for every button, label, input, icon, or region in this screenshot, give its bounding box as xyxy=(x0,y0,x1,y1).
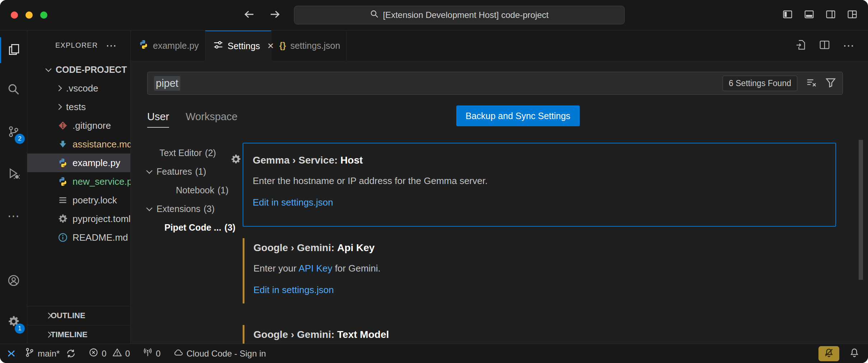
outline-section-header[interactable]: OUTLINE xyxy=(27,306,130,325)
search-icon xyxy=(370,10,379,20)
chevron-down-icon xyxy=(146,168,153,174)
manage-settings-button[interactable]: 1 xyxy=(0,309,27,335)
title-bar: [Extension Development Host] code-projec… xyxy=(0,0,868,30)
toc-item-pipet-code[interactable]: Pipet Code ...(3) xyxy=(147,218,230,237)
remote-indicator-icon[interactable] xyxy=(6,349,16,358)
traffic-lights xyxy=(11,0,47,30)
tree-item-readme-md[interactable]: README.md xyxy=(27,228,130,247)
accounts-button[interactable] xyxy=(0,268,27,294)
run-debug-icon xyxy=(8,168,20,181)
sidebar-item-more[interactable]: ⋯ xyxy=(0,203,27,229)
tree-item-new-service-py[interactable]: new_service.py U xyxy=(27,172,130,191)
status-bar: main* 0 0 0 Cloud Code - Sign in xyxy=(0,344,868,363)
toc-item-notebook[interactable]: Notebook(1) xyxy=(147,181,230,199)
do-not-disturb-indicator[interactable] xyxy=(818,346,839,361)
ports-status[interactable]: 0 xyxy=(143,348,160,359)
edit-in-settings-json-link[interactable]: Edit in settings.json xyxy=(253,284,836,296)
editor-scrollbar[interactable] xyxy=(859,140,863,280)
git-file-icon xyxy=(57,120,68,131)
tab-settings-json[interactable]: {} settings.json xyxy=(271,30,347,61)
tab-example-py[interactable]: example.py xyxy=(131,30,205,61)
setting-title: Gemma › Service: Host xyxy=(253,154,835,166)
sidebar-item-explorer[interactable] xyxy=(0,37,27,63)
setting-title: Google › Gemini: Api Key xyxy=(253,242,836,254)
maximize-window-button[interactable] xyxy=(40,11,47,19)
activity-bar: 2 ⋯ 1 xyxy=(0,30,27,344)
api-key-link[interactable]: API Key xyxy=(299,263,332,274)
modified-indicator xyxy=(243,238,244,303)
toc-item-text-editor[interactable]: Text Editor(2) xyxy=(147,143,230,162)
setting-row-google-gemini-api-key[interactable]: Google › Gemini: Api Key Enter your API … xyxy=(243,237,836,307)
back-arrow-icon[interactable] xyxy=(243,9,255,22)
tab-settings[interactable]: Settings ✕ xyxy=(205,30,271,61)
backup-sync-settings-button[interactable]: Backup and Sync Settings xyxy=(456,105,580,126)
cloud-icon xyxy=(173,348,183,359)
notifications-bell-icon[interactable] xyxy=(849,348,859,360)
split-editor-icon[interactable] xyxy=(819,39,830,52)
tree-item-assistance-md[interactable]: assistance.md M xyxy=(27,135,130,154)
explorer-more-actions-icon[interactable]: ⋯ xyxy=(106,39,117,52)
sidebar-item-run-debug[interactable] xyxy=(0,161,27,187)
tree-item-example-py[interactable]: example.py xyxy=(27,154,130,172)
account-icon xyxy=(8,274,20,288)
tree-item-pyproject-toml[interactable]: pyproject.toml xyxy=(27,209,130,228)
customize-layout-icon[interactable] xyxy=(847,9,857,21)
python-file-icon xyxy=(139,39,149,52)
tree-item-gitignore[interactable]: .gitignore xyxy=(27,116,130,135)
clear-filters-icon[interactable] xyxy=(806,77,817,89)
sidebar-item-search[interactable] xyxy=(0,77,27,103)
tree-item-poetry-lock[interactable]: poetry.lock xyxy=(27,191,130,209)
markdown-file-icon xyxy=(57,139,68,150)
branch-icon xyxy=(25,348,34,359)
toggle-secondary-sidebar-icon[interactable] xyxy=(826,9,836,21)
cloud-code-status[interactable]: Cloud Code - Sign in xyxy=(173,348,266,359)
settings-toc: Text Editor(2) Features(1) Notebook(1) E… xyxy=(147,143,230,237)
tree-item-tests[interactable]: tests xyxy=(27,98,130,116)
more-actions-icon[interactable]: ⋯ xyxy=(843,39,854,52)
search-icon xyxy=(8,83,20,97)
error-icon xyxy=(89,348,98,359)
toc-item-extensions[interactable]: Extensions(3) xyxy=(147,199,230,218)
settings-sliders-icon xyxy=(213,40,223,52)
close-window-button[interactable] xyxy=(11,11,18,19)
git-branch-status[interactable]: main* xyxy=(25,348,60,359)
sync-changes-icon[interactable] xyxy=(66,349,76,358)
file-tree: CODE-PROJECT .vscode tests .gitignore as… xyxy=(27,60,130,247)
scm-badge: 2 xyxy=(15,134,25,144)
setting-title: Google › Gemini: Text Model xyxy=(253,329,836,341)
toggle-panel-icon[interactable] xyxy=(804,9,814,21)
minimize-window-button[interactable] xyxy=(25,11,33,19)
toml-gear-file-icon xyxy=(57,213,68,224)
chevron-right-icon xyxy=(56,85,62,91)
setting-actions-gear-icon[interactable] xyxy=(230,154,241,165)
tree-item-vscode[interactable]: .vscode xyxy=(27,79,130,98)
files-icon xyxy=(8,43,20,57)
errors-status[interactable]: 0 xyxy=(89,348,106,359)
toggle-primary-sidebar-icon[interactable] xyxy=(783,9,793,21)
setting-row-gemma-service-host[interactable]: Gemma › Service: Host Enter the hostname… xyxy=(243,143,836,227)
python-file-icon xyxy=(57,176,68,187)
filter-funnel-icon[interactable] xyxy=(825,77,836,89)
modified-indicator xyxy=(243,325,244,344)
command-center[interactable]: [Extension Development Host] code-projec… xyxy=(294,6,625,24)
scope-tab-workspace[interactable]: Workspace xyxy=(186,111,238,128)
forward-arrow-icon[interactable] xyxy=(269,9,281,22)
settings-search-input[interactable]: pipet 6 Settings Found xyxy=(147,72,843,95)
setting-description: Enter the hostname or IP address for the… xyxy=(253,175,835,187)
tree-root-code-project[interactable]: CODE-PROJECT xyxy=(27,60,130,79)
ellipsis-icon: ⋯ xyxy=(8,210,20,222)
sidebar-item-source-control[interactable]: 2 xyxy=(0,119,27,145)
scope-tab-user[interactable]: User xyxy=(147,111,169,128)
info-file-icon xyxy=(57,232,68,243)
sidebar-title: EXPLORER xyxy=(55,41,98,50)
setting-row-google-gemini-text-model[interactable]: Google › Gemini: Text Model xyxy=(243,324,836,344)
settings-badge: 1 xyxy=(15,324,25,334)
toc-item-features[interactable]: Features(1) xyxy=(147,162,230,181)
radio-tower-icon xyxy=(143,348,153,359)
warnings-status[interactable]: 0 xyxy=(112,348,130,359)
settings-search-value: pipet xyxy=(154,76,180,91)
open-settings-json-icon[interactable] xyxy=(795,39,806,52)
timeline-section-header[interactable]: TIMELINE xyxy=(27,325,130,344)
chevron-down-icon xyxy=(46,66,52,72)
edit-in-settings-json-link[interactable]: Edit in settings.json xyxy=(253,197,835,208)
